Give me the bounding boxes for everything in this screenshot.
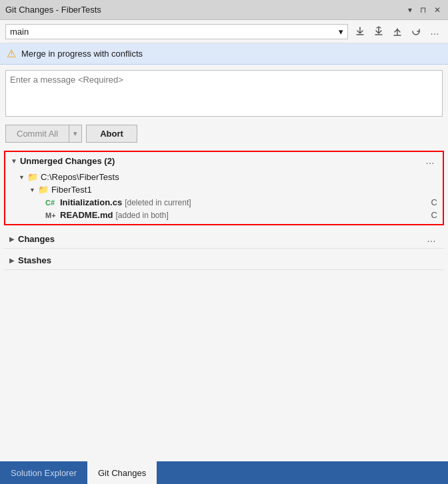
changes-section-title: Changes — [18, 234, 55, 244]
repo-path-label: C:\Repos\FiberTests — [41, 172, 119, 182]
file-action-initialization: C — [431, 197, 437, 207]
stashes-section-header[interactable]: ▶ Stashes — [4, 251, 444, 270]
ellipsis-icon: … — [430, 26, 439, 37]
title-bar: Git Changes - FiberTests ▾ ⊓ ✕ — [0, 0, 448, 20]
pull-button[interactable] — [371, 23, 387, 39]
file-name-initialization: Initialization.cs — [60, 197, 122, 207]
title-bar-controls: ▾ ⊓ ✕ — [406, 5, 443, 15]
branch-dropdown-icon: ▾ — [339, 27, 343, 37]
fetch-button[interactable] — [352, 23, 368, 39]
unmerged-tree: ▼ 📁 C:\Repos\FiberTests ▼ 📁 FiberTest1 C… — [5, 169, 443, 224]
stashes-section: ▶ Stashes — [4, 251, 444, 270]
md-badge: M+ — [45, 211, 57, 219]
changes-chevron-icon: ▶ — [9, 235, 15, 243]
unmerged-section-header[interactable]: ▼ Unmerged Changes (2) … — [5, 152, 443, 169]
list-item[interactable]: C# Initialization.cs [deleted in current… — [5, 196, 443, 209]
pin-btn[interactable]: ⊓ — [418, 5, 428, 15]
repo-folder-icon: 📁 — [27, 172, 38, 182]
sync-button[interactable] — [408, 23, 424, 39]
file-status-initialization: [deleted in current] — [125, 198, 191, 207]
title-bar-left: Git Changes - FiberTests — [5, 5, 101, 15]
changes-section-left: ▶ Changes — [9, 234, 55, 244]
tab-solution-explorer-label: Solution Explorer — [11, 468, 77, 478]
tab-solution-explorer[interactable]: Solution Explorer — [0, 461, 87, 484]
warning-text: Merge in progress with conflicts — [21, 49, 143, 59]
branch-selector[interactable]: main ▾ — [5, 24, 348, 39]
cs-badge: C# — [45, 199, 57, 207]
push-button[interactable] — [389, 23, 405, 39]
warning-banner: ⚠ Merge in progress with conflicts — [0, 43, 448, 65]
commit-all-group: Commit All ▾ — [5, 125, 82, 143]
commit-all-button[interactable]: Commit All — [6, 125, 69, 142]
commit-all-dropdown[interactable]: ▾ — [69, 125, 81, 142]
bottom-tabs: Solution Explorer Git Changes — [0, 461, 448, 484]
branch-name: main — [10, 27, 29, 37]
subfolder-item[interactable]: ▼ 📁 FiberTest1 — [5, 183, 443, 196]
list-item[interactable]: M+ README.md [added in both] C — [5, 209, 443, 221]
warning-icon: ⚠ — [7, 47, 16, 60]
window-title: Git Changes - FiberTests — [5, 5, 101, 15]
commit-row: Commit All ▾ Abort — [0, 122, 448, 148]
unmerged-section-header-left: ▼ Unmerged Changes (2) — [11, 156, 115, 166]
message-area[interactable] — [5, 70, 443, 117]
git-changes-panel: main ▾ — [0, 20, 448, 461]
subfolder-label: FiberTest1 — [51, 185, 92, 195]
file-status-readme: [added in both] — [115, 211, 168, 220]
subfolder-chevron-icon: ▼ — [29, 187, 35, 193]
abort-button[interactable]: Abort — [86, 125, 137, 143]
repo-chevron-icon: ▼ — [19, 174, 25, 181]
unmerged-section-title: Unmerged Changes (2) — [20, 156, 115, 166]
file-action-readme: C — [431, 210, 437, 220]
more-actions-button[interactable]: … — [427, 23, 443, 39]
changes-section: ▶ Changes … — [4, 229, 444, 249]
unmerged-more-icon[interactable]: … — [423, 155, 437, 166]
branch-actions: … — [352, 23, 443, 39]
drop-btn[interactable]: ▾ — [406, 5, 414, 15]
changes-more-icon[interactable]: … — [424, 233, 439, 244]
changes-section-header[interactable]: ▶ Changes … — [4, 229, 444, 249]
stashes-chevron-icon: ▶ — [9, 257, 15, 264]
commit-message-input[interactable] — [6, 71, 442, 116]
subfolder-icon: 📁 — [38, 185, 49, 195]
commit-dropdown-icon: ▾ — [73, 129, 77, 137]
unmerged-changes-section: ▼ Unmerged Changes (2) … ▼ 📁 C:\Repos\Fi… — [4, 151, 444, 225]
stashes-section-left: ▶ Stashes — [9, 255, 51, 265]
stashes-section-title: Stashes — [18, 255, 51, 265]
sections: ▼ Unmerged Changes (2) … ▼ 📁 C:\Repos\Fi… — [0, 148, 448, 461]
unmerged-chevron-icon: ▼ — [11, 157, 17, 165]
branch-row: main ▾ — [0, 20, 448, 43]
tab-git-changes[interactable]: Git Changes — [87, 461, 157, 484]
repo-path-item[interactable]: ▼ 📁 C:\Repos\FiberTests — [5, 171, 443, 183]
file-name-readme: README.md — [60, 210, 113, 220]
tab-git-changes-label: Git Changes — [98, 468, 146, 478]
close-btn[interactable]: ✕ — [432, 5, 443, 15]
